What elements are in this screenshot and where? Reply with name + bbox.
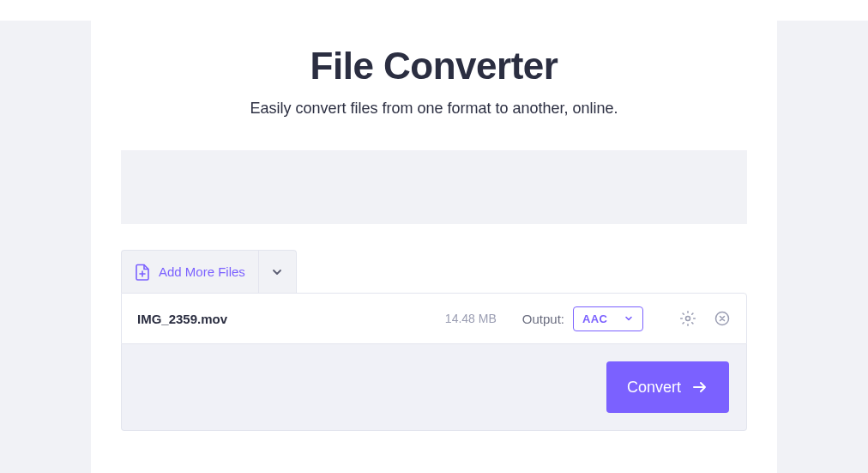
convert-button[interactable]: Convert	[606, 361, 729, 413]
top-bar	[0, 0, 868, 21]
file-row: IMG_2359.mov 14.48 MB Output: AAC	[121, 293, 747, 344]
add-more-dropdown-button[interactable]	[258, 250, 297, 293]
page-subtitle: Easily convert files from one format to …	[91, 100, 777, 118]
action-row: Convert	[121, 344, 747, 431]
chevron-down-icon	[271, 266, 283, 278]
chevron-down-icon	[624, 313, 634, 324]
output-format-value: AAC	[582, 312, 607, 325]
page-title: File Converter	[91, 45, 777, 88]
output-format-select[interactable]: AAC	[573, 306, 643, 331]
arrow-right-icon	[691, 379, 708, 396]
content-wrap: Add More Files IMG_2359.mov 14.48 MB Out…	[121, 150, 747, 431]
add-more-row: Add More Files	[121, 250, 747, 293]
ad-banner	[121, 150, 747, 224]
add-more-files-label: Add More Files	[159, 264, 245, 279]
convert-button-label: Convert	[627, 379, 681, 397]
remove-file-button[interactable]	[714, 310, 731, 327]
file-size: 14.48 MB	[445, 312, 497, 325]
output-label: Output:	[522, 312, 564, 326]
close-circle-icon	[714, 310, 731, 327]
main-panel: File Converter Easily convert files from…	[91, 21, 777, 473]
svg-point-0	[686, 317, 690, 321]
file-add-icon	[135, 264, 150, 281]
file-name: IMG_2359.mov	[137, 312, 445, 326]
settings-button[interactable]	[679, 310, 696, 327]
add-more-files-button[interactable]: Add More Files	[121, 250, 258, 293]
gear-icon	[679, 310, 696, 327]
